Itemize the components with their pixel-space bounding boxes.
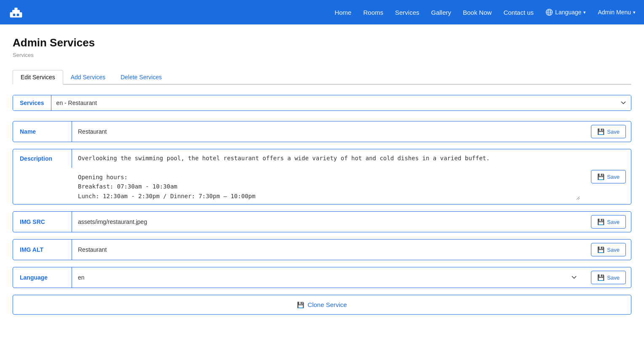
save-disk-icon-3: 💾	[597, 218, 604, 225]
nav-home[interactable]: Home	[334, 9, 351, 16]
img-alt-label: IMG ALT	[13, 240, 72, 260]
img-alt-input[interactable]	[78, 246, 580, 253]
language-label: Language	[555, 9, 581, 16]
clone-row: 💾 Clone Service	[13, 295, 631, 315]
admin-menu-arrow: ▾	[633, 10, 636, 15]
svg-rect-0	[10, 12, 22, 18]
img-src-label: IMG SRC	[13, 212, 72, 232]
img-alt-save-label: Save	[607, 247, 620, 253]
breadcrumb: Services	[13, 52, 631, 58]
description-value-cell: Overlooking the swimming pool, the hotel…	[72, 149, 586, 204]
img-alt-row: IMG ALT 💾 Save	[13, 239, 631, 260]
admin-menu[interactable]: Admin Menu ▾	[598, 9, 636, 16]
nav-links: Home Rooms Services Gallery Book Now Con…	[334, 8, 636, 16]
nav-book-now[interactable]: Book Now	[463, 9, 492, 16]
description-save-button[interactable]: 💾 Save	[591, 170, 626, 183]
name-label: Name	[13, 121, 72, 142]
nav-rooms[interactable]: Rooms	[363, 9, 383, 16]
tab-add-services[interactable]: Add Services	[63, 70, 113, 84]
page-title: Admin Services	[13, 36, 631, 49]
svg-rect-4	[17, 14, 19, 16]
hotel-icon	[8, 5, 24, 20]
name-input[interactable]	[78, 128, 580, 135]
services-select[interactable]: en - Restaurant en - Pool en - Spa en - …	[51, 95, 631, 110]
language-field-label: Language	[13, 267, 72, 288]
img-src-save-label: Save	[607, 219, 620, 225]
admin-menu-label: Admin Menu	[598, 9, 631, 16]
save-disk-icon-2: 💾	[597, 173, 604, 180]
name-value-cell	[72, 121, 586, 142]
svg-rect-2	[14, 8, 17, 11]
services-selector-label: Services	[13, 95, 51, 110]
language-value-cell: en fr es de	[72, 267, 586, 288]
description-textarea[interactable]: Overlooking the swimming pool, the hotel…	[78, 153, 580, 200]
nav-gallery[interactable]: Gallery	[431, 9, 452, 16]
clone-disk-icon: 💾	[297, 302, 304, 308]
brand-logo	[8, 5, 24, 20]
language-row: Language en fr es de 💾 Save	[13, 267, 631, 288]
clone-service-button[interactable]: 💾 Clone Service	[13, 295, 631, 315]
save-disk-icon: 💾	[597, 128, 604, 135]
svg-rect-3	[13, 14, 15, 16]
img-src-input[interactable]	[78, 218, 580, 225]
language-save-button[interactable]: 💾 Save	[591, 271, 626, 284]
nav-services[interactable]: Services	[395, 9, 420, 16]
services-selector-row: Services en - Restaurant en - Pool en - …	[13, 95, 631, 111]
language-switcher[interactable]: Language ▾	[545, 8, 586, 16]
language-save-label: Save	[607, 275, 620, 281]
language-select[interactable]: en fr es de	[78, 274, 580, 281]
tab-delete-services[interactable]: Delete Services	[113, 70, 169, 84]
description-label: Description	[13, 149, 72, 168]
name-row: Name 💾 Save	[13, 121, 631, 142]
save-disk-icon-5: 💾	[597, 274, 604, 281]
clone-label: Clone Service	[307, 301, 347, 308]
navbar: Home Rooms Services Gallery Book Now Con…	[0, 0, 644, 24]
img-src-save-button[interactable]: 💾 Save	[591, 215, 626, 229]
language-arrow: ▾	[583, 10, 586, 15]
globe-icon	[545, 8, 553, 16]
tabs-container: Edit Services Add Services Delete Servic…	[13, 70, 631, 85]
name-save-label: Save	[607, 129, 620, 135]
img-alt-save-button[interactable]: 💾 Save	[591, 243, 626, 256]
save-disk-icon-4: 💾	[597, 246, 604, 253]
name-save-button[interactable]: 💾 Save	[591, 125, 626, 138]
nav-contact[interactable]: Contact us	[503, 9, 534, 16]
img-src-row: IMG SRC 💾 Save	[13, 211, 631, 232]
description-save-label: Save	[607, 174, 620, 180]
tab-edit-services[interactable]: Edit Services	[13, 70, 63, 85]
img-src-value-cell	[72, 212, 586, 232]
page-content: Admin Services Services Edit Services Ad…	[0, 24, 644, 326]
img-alt-value-cell	[72, 240, 586, 260]
description-row: Description Overlooking the swimming poo…	[13, 149, 631, 205]
